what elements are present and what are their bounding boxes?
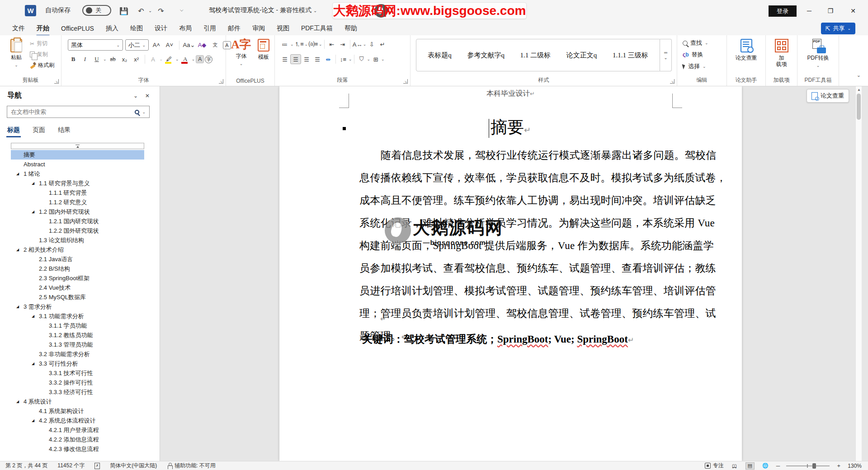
cut-button[interactable]: ✂ 剪切 xyxy=(30,40,54,47)
word-count[interactable]: 11452 个字 xyxy=(57,462,85,470)
highlight-chevron-icon[interactable]: ⌄ xyxy=(175,57,179,61)
nav-heading-item[interactable]: 3.2 非功能需求分析 xyxy=(11,349,144,359)
nav-heading-item[interactable]: ◢1.1 研究背景与意义 xyxy=(11,179,144,188)
ribbon-tab-插入[interactable]: 插入 xyxy=(100,22,124,35)
decrease-indent-button[interactable]: ⇤ xyxy=(326,39,337,49)
style-item[interactable]: 表标题q xyxy=(428,51,452,60)
grow-font-button[interactable]: A˄ xyxy=(151,40,162,50)
line-spacing-button[interactable]: ↕≡ xyxy=(338,54,349,64)
nav-heading-item[interactable]: 1.1.1 研究背景 xyxy=(11,188,144,197)
document-page[interactable]: 本科毕业设计↵ 摘要↵ 随着信息技术发展，驾校行业传统运行模式逐渐暴露出诸多问题… xyxy=(279,86,742,461)
nav-heading-item[interactable]: 2.1 Java语言 xyxy=(11,254,144,264)
nav-heading-item[interactable]: 3.3.3 经济可行性 xyxy=(11,387,144,397)
text-effects-button[interactable]: A xyxy=(148,54,159,64)
align-left-button[interactable]: ☰ xyxy=(279,54,290,64)
nav-heading-item[interactable]: 4.2.1 用户登录流程 xyxy=(11,425,144,435)
share-button[interactable]: ⇱ 共享 ⌄ xyxy=(821,23,855,34)
paragraph-dialog-launcher[interactable] xyxy=(403,79,408,84)
nav-heading-item[interactable]: ◢3 需求分析 xyxy=(11,302,144,311)
borders-button[interactable]: ⊞ xyxy=(370,54,381,64)
ribbon-tab-审阅[interactable]: 审阅 xyxy=(246,22,271,35)
zoom-in-button[interactable]: ＋ xyxy=(836,462,841,470)
font-dialog-launcher[interactable] xyxy=(219,79,223,84)
nav-close-icon[interactable]: ✕ xyxy=(142,93,153,99)
ribbon-tab-引用[interactable]: 引用 xyxy=(198,22,222,35)
zoom-slider[interactable] xyxy=(786,465,830,466)
nav-heading-item[interactable]: ◢4.2 系统总体流程设计 xyxy=(11,416,144,425)
collapse-triangle-icon[interactable]: ◢ xyxy=(16,248,19,252)
nav-tab-结果[interactable]: 结果 xyxy=(58,126,71,136)
asian-layout-button[interactable]: A↔ xyxy=(352,39,363,49)
align-center-button[interactable]: ☰ xyxy=(290,54,301,64)
font-size-combo[interactable]: 小二⌄ xyxy=(125,39,149,51)
read-mode-button[interactable]: 🕮 xyxy=(730,462,739,470)
search-icon[interactable] xyxy=(135,110,139,114)
shading-button[interactable]: ⛉ xyxy=(356,54,367,64)
nav-heading-item[interactable]: 3.3.2 操作可行性 xyxy=(11,378,144,387)
restore-button[interactable]: ❐ xyxy=(824,5,837,16)
nav-heading-item[interactable]: 1.2.1 国内研究现状 xyxy=(11,216,144,226)
nav-scroll-top-button[interactable] xyxy=(11,143,144,149)
quick-access-chevron-icon[interactable]: ⌵ xyxy=(180,7,184,13)
replace-button[interactable]: ςb 替换 xyxy=(683,51,708,59)
nav-heading-item[interactable]: 1.3 论文组织结构 xyxy=(11,235,144,245)
collapse-triangle-icon[interactable]: ◢ xyxy=(16,305,19,309)
nav-heading-item[interactable]: 4.2.3 修改信息流程 xyxy=(11,444,144,454)
nav-heading-item[interactable]: ◢3.1 功能需求分析 xyxy=(11,311,144,321)
distribute-button[interactable]: ⇹ xyxy=(323,54,334,64)
bold-button[interactable]: B xyxy=(68,54,79,64)
numbering-button[interactable]: ⒈≡ xyxy=(294,39,305,49)
collapse-triangle-icon[interactable]: ◢ xyxy=(16,400,19,404)
ribbon-tab-绘图[interactable]: 绘图 xyxy=(124,22,149,35)
show-marks-button[interactable]: ↵ xyxy=(377,39,388,49)
zoom-level[interactable]: 130% xyxy=(848,463,862,469)
find-button[interactable]: 查找 ⌄ xyxy=(683,39,708,47)
nav-tab-标题[interactable]: 标题 xyxy=(7,126,20,136)
nav-heading-item[interactable]: 2.4 Vue技术 xyxy=(11,283,144,292)
collapse-triangle-icon[interactable]: ◢ xyxy=(32,210,34,214)
nav-tab-页面[interactable]: 页面 xyxy=(33,126,45,136)
subscript-button[interactable]: x₂ xyxy=(119,54,130,64)
addins-button[interactable]: 加载项 xyxy=(766,35,797,67)
nav-heading-item[interactable]: 3.3.1 技术可行性 xyxy=(11,368,144,378)
shrink-font-button[interactable]: A˅ xyxy=(164,40,175,50)
style-item[interactable]: 论文正文q xyxy=(566,51,597,60)
clipboard-dialog-launcher[interactable] xyxy=(54,79,59,84)
nav-heading-item[interactable]: 3.1.2 教练员功能 xyxy=(11,330,144,340)
strikethrough-button[interactable]: ab xyxy=(108,54,118,64)
search-chevron-icon[interactable]: ⌄ xyxy=(142,110,146,114)
bullets-button[interactable]: ≔ xyxy=(279,39,290,49)
ribbon-tab-视图[interactable]: 视图 xyxy=(271,22,295,35)
search-input[interactable] xyxy=(11,108,132,115)
copy-button[interactable]: 复制 xyxy=(30,51,54,58)
styles-dialog-launcher[interactable] xyxy=(670,79,675,84)
nav-heading-item[interactable]: 2.3 SpringBoot框架 xyxy=(11,273,144,283)
nav-heading-item[interactable]: Abstract xyxy=(11,160,144,169)
underline-chevron-icon[interactable]: ⌄ xyxy=(103,57,107,61)
enclose-characters-button[interactable]: 字 xyxy=(205,56,212,63)
collapse-triangle-icon[interactable]: ◢ xyxy=(32,181,34,185)
collapse-triangle-icon[interactable]: ◢ xyxy=(32,314,34,318)
phonetic-guide-button[interactable]: 文 xyxy=(210,40,221,50)
autosave-toggle[interactable]: 关 xyxy=(82,5,111,16)
justify-button[interactable]: ☰ xyxy=(312,54,323,64)
pdf-convert-button[interactable]: PDF PDF转换 ⌄ xyxy=(797,35,839,68)
underline-button[interactable]: U xyxy=(91,54,102,64)
nav-heading-item[interactable]: 1.1.2 研究意义 xyxy=(11,197,144,207)
font-color-chevron-icon[interactable]: ⌄ xyxy=(192,57,195,61)
italic-button[interactable]: I xyxy=(80,54,90,64)
scrollbar-thumb[interactable] xyxy=(857,94,861,120)
save-icon[interactable]: 💾 xyxy=(118,5,129,16)
ribbon-tab-文件[interactable]: 文件 xyxy=(6,22,31,35)
font-name-combo[interactable]: 黑体⌄ xyxy=(68,39,123,51)
page-indicator[interactable]: 第 2 页，共 44 页 xyxy=(5,462,47,470)
undo-icon[interactable]: ↶ xyxy=(136,5,146,16)
nav-heading-item[interactable]: ◢2 相关技术介绍 xyxy=(11,245,144,254)
nav-heading-item[interactable]: ◢1.2 国内外研究现状 xyxy=(11,207,144,216)
ribbon-tab-OfficePLUS[interactable]: OfficePLUS xyxy=(55,23,100,34)
close-button[interactable]: ✕ xyxy=(846,5,860,16)
nav-heading-item[interactable]: 摘要 xyxy=(11,150,144,160)
collapse-triangle-icon[interactable]: ◢ xyxy=(32,362,34,366)
nav-heading-item[interactable]: 3.1.1 学员功能 xyxy=(11,321,144,330)
format-painter-button[interactable]: 格式刷 xyxy=(30,61,54,69)
